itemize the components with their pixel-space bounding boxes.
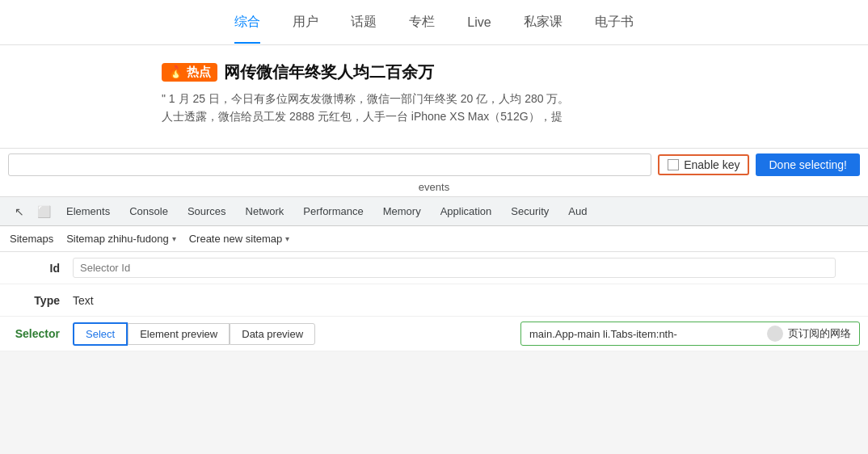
tab-elements[interactable]: Elements bbox=[57, 197, 120, 226]
selector-path-avatar bbox=[767, 326, 783, 342]
sitemap-item-create[interactable]: Create new sitemap ▾ bbox=[189, 233, 290, 245]
tab-application[interactable]: Application bbox=[431, 197, 502, 226]
selector-panel: Id Type Text Selector Select Element pre… bbox=[0, 252, 868, 351]
sitemap-zhihu-chevron: ▾ bbox=[172, 234, 176, 243]
id-row: Id bbox=[0, 252, 868, 284]
selector-row: Selector Select Element preview Data pre… bbox=[0, 317, 868, 351]
tab-performance[interactable]: Performance bbox=[293, 197, 373, 226]
tab-aud[interactable]: Aud bbox=[558, 197, 596, 226]
tab-console[interactable]: Console bbox=[120, 197, 178, 226]
tab-security[interactable]: Security bbox=[501, 197, 558, 226]
nav-item-专栏[interactable]: 专栏 bbox=[409, 11, 435, 34]
data-preview-button[interactable]: Data preview bbox=[230, 323, 315, 345]
selector-path-text: main.App-main li.Tabs-item:nth- bbox=[529, 328, 762, 340]
article-excerpt-2: 人士透露，微信给员工发 2888 元红包，人手一台 iPhone XS Max（… bbox=[162, 107, 844, 125]
inspect-element-icon[interactable]: ⬜ bbox=[34, 202, 53, 221]
events-label: events bbox=[0, 181, 868, 196]
hot-badge: 🔥 热点 bbox=[162, 63, 217, 82]
devtools-tabs: ↖ ⬜ Elements Console Sources Network Per… bbox=[0, 197, 868, 226]
sitemap-item-sitemaps[interactable]: Sitemaps bbox=[10, 233, 53, 245]
nav-item-私家课[interactable]: 私家课 bbox=[524, 11, 563, 34]
tab-memory[interactable]: Memory bbox=[373, 197, 431, 226]
sitemap-zhihu-label: Sitemap zhihu-fudong bbox=[66, 233, 168, 245]
top-nav: 综合 用户 话题 专栏 Live 私家课 电子书 bbox=[0, 0, 868, 45]
nav-item-用户[interactable]: 用户 bbox=[293, 11, 318, 34]
enable-key-text: Enable key bbox=[684, 158, 739, 171]
key-events-wrapper: Enable key Done selecting! events bbox=[0, 149, 868, 197]
tab-sources[interactable]: Sources bbox=[178, 197, 236, 226]
key-input[interactable] bbox=[8, 153, 651, 176]
nav-item-电子书[interactable]: 电子书 bbox=[595, 11, 634, 34]
type-row: Type Text bbox=[0, 284, 868, 317]
sitemaps-label: Sitemaps bbox=[10, 233, 53, 245]
sitemap-bar: Sitemaps Sitemap zhihu-fudong ▾ Create n… bbox=[0, 226, 868, 252]
nav-item-综合[interactable]: 综合 bbox=[234, 11, 260, 34]
element-preview-button[interactable]: Element preview bbox=[128, 323, 230, 345]
selector-path-box[interactable]: main.App-main li.Tabs-item:nth- 页订阅的网络 bbox=[520, 322, 860, 346]
sitemap-create-chevron: ▾ bbox=[285, 234, 289, 243]
type-label: Type bbox=[8, 294, 73, 307]
article-title-row: 🔥 热点 网传微信年终奖人均二百余万 bbox=[162, 61, 844, 83]
devtools-icons: ↖ ⬜ bbox=[6, 202, 57, 221]
id-label: Id bbox=[8, 262, 73, 275]
nav-item-话题[interactable]: 话题 bbox=[351, 11, 377, 34]
selector-path-extra: 页订阅的网络 bbox=[788, 326, 851, 341]
tab-network[interactable]: Network bbox=[236, 197, 294, 226]
selector-id-input[interactable] bbox=[73, 258, 836, 278]
sitemap-item-zhihu[interactable]: Sitemap zhihu-fudong ▾ bbox=[66, 233, 175, 245]
selector-label: Selector bbox=[8, 327, 73, 340]
enable-key-label: Enable key bbox=[658, 154, 749, 175]
nav-item-live[interactable]: Live bbox=[467, 12, 491, 33]
type-value: Text bbox=[73, 294, 94, 307]
key-events-top-row: Enable key Done selecting! bbox=[0, 149, 868, 181]
sitemap-create-label: Create new sitemap bbox=[189, 233, 283, 245]
cursor-arrow-icon[interactable]: ↖ bbox=[10, 202, 29, 221]
selector-buttons-group: Select Element preview Data preview bbox=[73, 322, 512, 346]
article-title-text: 网传微信年终奖人均二百余万 bbox=[224, 61, 434, 83]
article-excerpt-1: " 1 月 25 日，今日有多位网友发微博称，微信一部门年终奖 20 亿，人均 … bbox=[162, 90, 844, 107]
enable-key-checkbox[interactable] bbox=[668, 159, 679, 170]
done-selecting-button[interactable]: Done selecting! bbox=[756, 153, 860, 176]
select-button[interactable]: Select bbox=[73, 322, 128, 346]
article-content: 🔥 热点 网传微信年终奖人均二百余万 " 1 月 25 日，今日有多位网友发微博… bbox=[0, 45, 868, 149]
